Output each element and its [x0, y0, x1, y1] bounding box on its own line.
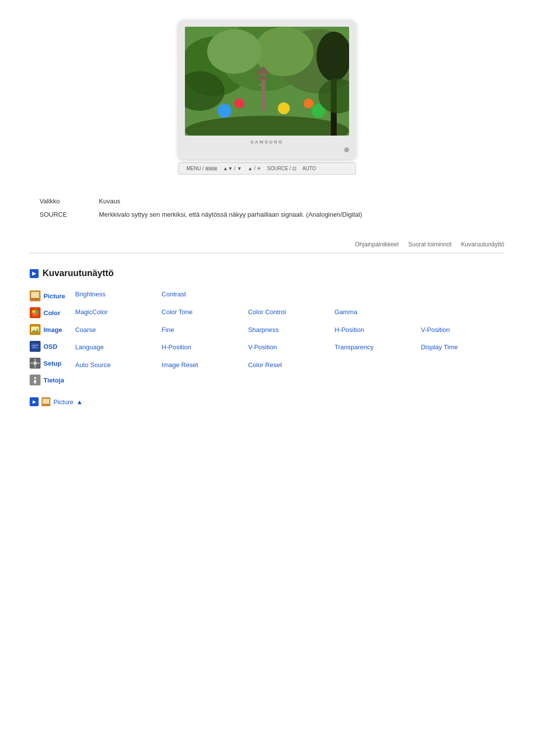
- source-label: SOURCE / ⊡: [267, 166, 296, 171]
- monitor-screen: [185, 27, 349, 136]
- tietoja-icon: [30, 375, 41, 385]
- picture-icon: [30, 290, 41, 301]
- item-empty-6c: [245, 377, 332, 387]
- menu-row-image: Image: [30, 322, 65, 337]
- control-arrows: ▲▼ / ▼: [223, 166, 242, 171]
- menu-grid-container: Picture Color Image OSD: [30, 288, 504, 387]
- image-icon: [30, 324, 41, 335]
- svg-point-35: [33, 361, 37, 365]
- monitor-outer: SAMSUNG: [178, 20, 356, 159]
- svg-point-5: [207, 29, 262, 74]
- bottom-nav: ▶ Picture ▲: [30, 397, 504, 406]
- nav-kuvaruutu[interactable]: Kuvaruutunäyttö: [461, 241, 504, 248]
- info-table: Valikko Kuvaus SOURCE Merkkivalo syttyy …: [40, 194, 494, 221]
- item-autosource[interactable]: Auto Source: [72, 359, 159, 377]
- nav-suorat[interactable]: Suorat toiminnot: [408, 241, 451, 248]
- item-hposition-osd[interactable]: H-Position: [159, 341, 245, 359]
- item-brightness[interactable]: Brightness: [72, 288, 159, 306]
- svg-point-14: [304, 98, 313, 108]
- item-contrast[interactable]: Contrast: [159, 288, 245, 306]
- control-source: SOURCE / ⊡: [267, 166, 296, 171]
- item-empty-5a: [331, 359, 418, 377]
- item-colorreset[interactable]: Color Reset: [245, 359, 332, 377]
- category-setup[interactable]: Setup: [44, 360, 61, 367]
- svg-point-13: [278, 102, 290, 114]
- bottom-nav-icon1: ▶: [30, 397, 39, 406]
- svg-rect-31: [31, 343, 39, 349]
- svg-rect-22: [31, 298, 39, 300]
- monitor-brand: SAMSUNG: [185, 140, 349, 144]
- row-label-source: SOURCE: [40, 208, 99, 221]
- item-colorcontrol[interactable]: Color Control: [245, 306, 332, 324]
- item-empty-6d: [331, 377, 418, 387]
- osd-icon: [30, 341, 41, 352]
- item-empty-5b: [418, 359, 504, 377]
- menu-items-grid: Brightness Contrast MagicColor Color Ton…: [72, 288, 504, 387]
- setup-icon: [30, 358, 41, 369]
- item-vposition-img[interactable]: V-Position: [418, 324, 504, 342]
- bottom-nav-arrow: ▲: [76, 398, 83, 406]
- arrows-label: ▲▼ / ▼: [223, 166, 242, 171]
- category-osd[interactable]: OSD: [44, 343, 57, 350]
- item-gamma[interactable]: Gamma: [331, 306, 418, 324]
- menu-row-tietoja: Tietoja: [30, 373, 65, 387]
- svg-rect-38: [31, 363, 33, 364]
- auto-label: AUTO: [302, 166, 316, 171]
- item-magiccolor[interactable]: MagicColor: [72, 306, 159, 324]
- menu-row-setup: Setup: [30, 356, 65, 371]
- menu-label: MENU /: [186, 166, 204, 171]
- item-fine[interactable]: Fine: [159, 324, 245, 342]
- col-valikko: Valikko: [40, 194, 99, 208]
- item-empty-6e: [418, 377, 504, 387]
- svg-point-25: [32, 310, 35, 313]
- svg-rect-42: [34, 380, 36, 383]
- info-section: Valikko Kuvaus SOURCE Merkkivalo syttyy …: [30, 194, 504, 221]
- item-empty-1a: [245, 288, 332, 306]
- svg-point-12: [234, 98, 244, 108]
- item-coarse[interactable]: Coarse: [72, 324, 159, 342]
- section-title-icon: ▶: [30, 269, 39, 278]
- svg-rect-36: [35, 359, 36, 361]
- svg-rect-39: [38, 363, 40, 364]
- nav-ohjain[interactable]: Ohjainpainikkeet: [355, 241, 399, 248]
- category-tietoja[interactable]: Tietoja: [44, 377, 64, 384]
- menu-row-picture: Picture: [30, 288, 65, 303]
- item-transparency[interactable]: Transparency: [331, 341, 418, 359]
- menu-row-osd: OSD: [30, 339, 65, 354]
- table-row: SOURCE Merkkivalo syttyy sen merkiksi, e…: [40, 208, 494, 221]
- control-auto: AUTO: [302, 166, 316, 171]
- monitor-section: SAMSUNG MENU / ⊞⊞⊞ ▲▼ / ▼ ▲ / ☀ SOURCE /…: [30, 20, 504, 175]
- menu-icons-col: Picture Color Image OSD: [30, 288, 65, 387]
- item-empty-1b: [331, 288, 418, 306]
- svg-point-41: [34, 377, 36, 379]
- item-empty-6b: [159, 377, 245, 387]
- menu-row-color: Color: [30, 305, 65, 320]
- color-icon: [30, 307, 41, 318]
- item-vposition-osd[interactable]: V-Position: [245, 341, 332, 359]
- bottom-nav-label[interactable]: Picture: [53, 398, 73, 406]
- brightness-label: ▲ / ☀: [248, 166, 261, 171]
- svg-rect-37: [35, 366, 36, 368]
- item-sharpness[interactable]: Sharpness: [245, 324, 332, 342]
- category-image[interactable]: Image: [44, 326, 62, 333]
- item-imagereset[interactable]: Image Reset: [159, 359, 245, 377]
- section-title-text: Kuvaruutunäyttö: [43, 268, 114, 279]
- item-language[interactable]: Language: [72, 341, 159, 359]
- row-desc-source: Merkkivalo syttyy sen merkiksi, että näy…: [99, 208, 494, 221]
- item-hposition-img[interactable]: H-Position: [331, 324, 418, 342]
- bottom-nav-icon2: [42, 397, 50, 406]
- section-title-row: ▶ Kuvaruutunäyttö: [30, 268, 504, 279]
- svg-rect-21: [31, 292, 39, 298]
- control-bar: MENU / ⊞⊞⊞ ▲▼ / ▼ ▲ / ☀ SOURCE / ⊡ AUTO: [178, 162, 356, 175]
- menu-icon: ⊞⊞⊞: [205, 166, 217, 171]
- category-color[interactable]: Color: [44, 309, 60, 317]
- item-colortone[interactable]: Color Tone: [159, 306, 245, 324]
- svg-rect-44: [43, 399, 49, 404]
- item-displaytime[interactable]: Display Time: [418, 341, 504, 359]
- svg-point-11: [218, 104, 231, 118]
- monitor-screen-image: [185, 27, 349, 136]
- nav-links: Ohjainpainikkeet Suorat toiminnot Kuvaru…: [30, 236, 504, 253]
- item-empty-2a: [418, 306, 504, 324]
- category-picture[interactable]: Picture: [44, 292, 65, 300]
- item-empty-1c: [418, 288, 504, 306]
